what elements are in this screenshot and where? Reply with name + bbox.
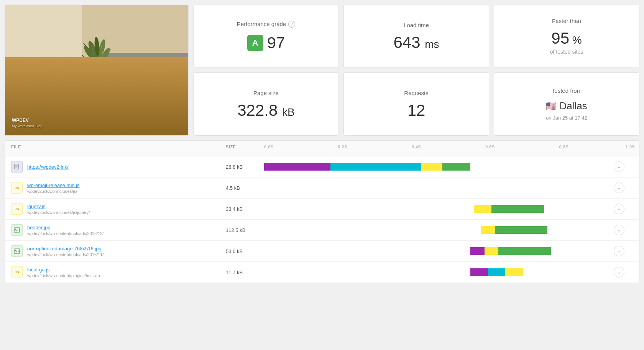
file-info: JS jquery.js wpdev2.ink/wp-includes/js/j… — [11, 203, 226, 215]
file-info: https://wpdev2.ink/ — [11, 161, 226, 173]
expand-button[interactable]: ⌄ — [614, 161, 624, 172]
table-header: FILE SIZE 0.0s 0.2s 0.4s 0.6s 0.8s 1.0s — [5, 141, 639, 156]
file-size: 112.5 kB — [226, 227, 264, 233]
file-size: 28.8 kB — [226, 164, 264, 170]
load-time-label: Load time — [404, 22, 429, 28]
file-path: wpdev2.ink/wp-content/uploads/2016/11/ — [27, 252, 104, 257]
size-column-header: SIZE — [226, 145, 264, 152]
file-info: JS wp-emoji-release.min.js wpdev2.ink/wp… — [11, 182, 226, 194]
timeline-bar — [264, 163, 614, 171]
page-size-card: Page size 322.8 kB — [193, 72, 339, 136]
tested-from-date: on Jan 25 at 17:42 — [546, 115, 587, 121]
file-icon-doc — [11, 161, 23, 173]
svg-rect-11 — [105, 53, 188, 62]
timeline-bar — [264, 205, 614, 213]
file-name[interactable]: jquery.js — [27, 204, 90, 209]
file-column-header: FILE — [11, 145, 226, 152]
performance-grade-info-icon[interactable]: ? — [288, 21, 295, 28]
requests-card: Requests 12 — [343, 72, 489, 136]
timeline-bar — [264, 247, 614, 255]
screenshot-card: WPDEV My WordPress Blog — [5, 5, 189, 136]
requests-value: 12 — [407, 102, 426, 118]
tested-from-location: 🇺🇸 Dallas — [546, 100, 587, 112]
svg-rect-2 — [5, 5, 82, 74]
file-name[interactable]: https://wpdev2.ink/ — [27, 164, 69, 170]
file-info: JS local-ga.js wpdev2.ink/wp-content/plu… — [11, 266, 226, 278]
page-size-value: 322.8 kB — [237, 102, 294, 118]
svg-rect-10 — [105, 59, 188, 85]
waterfall-table: FILE SIZE 0.0s 0.2s 0.4s 0.6s 0.8s 1.0s … — [5, 140, 639, 283]
file-name[interactable]: our-optimized-image-768x516.jpg — [27, 246, 104, 251]
file-name[interactable]: local-ga.js — [27, 267, 104, 273]
performance-grade-card: Performance grade ? A 97 — [193, 5, 339, 68]
svg-rect-14 — [140, 84, 143, 103]
table-row: JS jquery.js wpdev2.ink/wp-includes/js/j… — [5, 199, 639, 220]
faster-than-value: 95 % — [551, 30, 582, 46]
file-icon-js: JS — [11, 203, 23, 215]
file-size: 11.7 kB — [226, 269, 264, 275]
us-flag-icon: 🇺🇸 — [546, 101, 556, 111]
table-row: JS wp-emoji-release.min.js wpdev2.ink/wp… — [5, 177, 639, 199]
tested-from-label: Tested from — [552, 87, 582, 94]
expand-button[interactable]: ⌄ — [614, 246, 624, 256]
file-icon-js: JS — [11, 266, 23, 278]
file-icon-js: JS — [11, 182, 23, 194]
timeline-column-header: 0.0s 0.2s 0.4s 0.6s 0.8s 1.0s — [264, 145, 633, 152]
metrics-grid: Performance grade ? A 97 Load time 643 m… — [193, 5, 639, 136]
table-row: JS local-ga.js wpdev2.ink/wp-content/plu… — [5, 262, 639, 283]
load-time-value: 643 ms — [393, 35, 439, 51]
grade-badge: A — [247, 35, 263, 51]
svg-rect-32 — [14, 228, 20, 232]
faster-than-sub: of tested sites — [550, 49, 583, 55]
site-label: WPDEV My WordPress Blog — [12, 118, 42, 128]
file-name[interactable]: wp-emoji-release.min.js — [27, 182, 80, 188]
expand-button[interactable]: ⌄ — [614, 267, 624, 278]
file-name[interactable]: header.jpg — [27, 225, 104, 230]
load-time-card: Load time 643 ms — [343, 5, 489, 68]
file-icon-img — [11, 224, 23, 236]
svg-rect-12 — [59, 78, 151, 84]
requests-label: Requests — [404, 90, 428, 96]
file-size: 4.5 kB — [226, 185, 264, 191]
expand-button[interactable]: ⌄ — [614, 204, 624, 214]
expand-button[interactable]: ⌄ — [614, 182, 624, 193]
svg-line-20 — [97, 59, 112, 66]
svg-rect-34 — [14, 249, 20, 253]
timeline-bar — [264, 268, 614, 276]
svg-point-15 — [75, 81, 119, 90]
svg-rect-13 — [66, 84, 69, 103]
svg-line-17 — [82, 55, 97, 70]
table-row: https://wpdev2.ink/ 28.8 kB ⌄ — [5, 156, 639, 177]
performance-grade-label: Performance grade ? — [237, 21, 295, 28]
file-path: wpdev2.ink/wp-includes/js/jquery/ — [27, 210, 90, 215]
timeline-bar — [264, 184, 614, 192]
file-path: wpdev2.ink/wp-content/uploads/2016/12/ — [27, 231, 104, 236]
tested-from-card: Tested from 🇺🇸 Dallas on Jan 25 at 17:42 — [494, 72, 639, 136]
table-row: header.jpg wpdev2.ink/wp-content/uploads… — [5, 220, 639, 241]
file-path: wpdev2.ink/wp-includes/js/ — [27, 189, 80, 194]
faster-than-label: Faster than — [552, 18, 581, 24]
performance-grade-value-row: A 97 — [247, 34, 285, 52]
timeline-bar — [264, 226, 614, 234]
file-icon-img — [11, 245, 23, 257]
table-row: our-optimized-image-768x516.jpg wpdev2.i… — [5, 241, 639, 262]
file-info: our-optimized-image-768x516.jpg wpdev2.i… — [11, 245, 226, 257]
file-size: 53.6 kB — [226, 248, 264, 254]
expand-button[interactable]: ⌄ — [614, 225, 624, 235]
file-path: wpdev2.ink/wp-content/plugins/host-an... — [27, 273, 104, 278]
website-screenshot: WPDEV My WordPress Blog — [5, 5, 188, 135]
faster-than-card: Faster than 95 % of tested sites — [494, 5, 639, 68]
page-size-label: Page size — [253, 90, 279, 96]
file-size: 33.4 kB — [226, 206, 264, 212]
file-info: header.jpg wpdev2.ink/wp-content/uploads… — [11, 224, 226, 236]
grade-number: 97 — [267, 34, 285, 52]
